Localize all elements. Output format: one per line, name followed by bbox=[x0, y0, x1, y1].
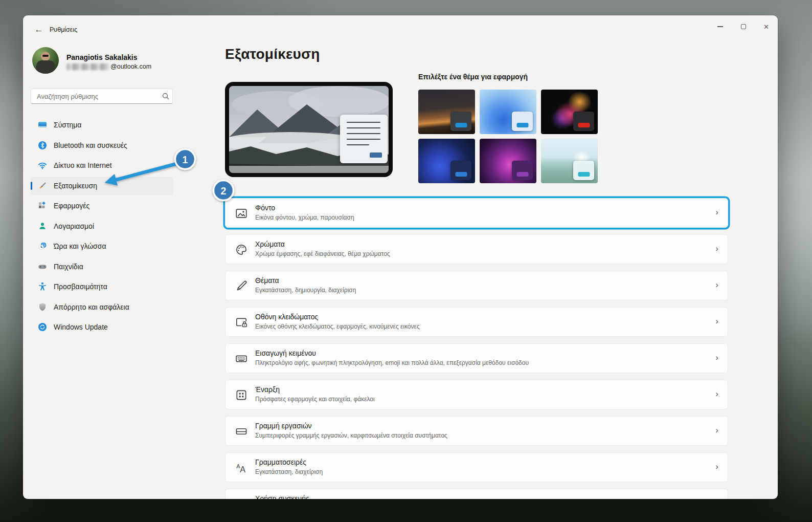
sample-text-line bbox=[347, 122, 380, 123]
sidebar-item-gaming[interactable]: Παιχνίδια bbox=[31, 257, 173, 276]
settings-row-fonts[interactable]: AAΓραμματοσειρέςΕγκατάσταση, διαχείριση› bbox=[225, 452, 728, 482]
sidebar-item-apps[interactable]: Εφαρμογές bbox=[31, 197, 173, 215]
settings-row-subtitle: Εικόνες οθόνης κλειδώματος, εφαρμογές, κ… bbox=[255, 323, 420, 330]
sidebar-item-accessibility[interactable]: Προσβασιμότητα bbox=[31, 277, 173, 296]
network-icon bbox=[37, 160, 48, 170]
gaming-icon bbox=[37, 262, 48, 272]
windows-update-icon bbox=[37, 322, 48, 332]
sidebar-item-label: Παιχνίδια bbox=[54, 263, 83, 271]
themes-icon bbox=[235, 279, 248, 293]
sidebar-item-time-language[interactable]: Ώρα και γλώσσα bbox=[31, 237, 173, 255]
bluetooth-icon bbox=[37, 140, 48, 150]
chevron-right-icon: › bbox=[715, 462, 718, 472]
theme-tile-flow-colorful[interactable] bbox=[541, 90, 598, 134]
sidebar-nav: ΣύστημαBluetooth και συσκευέςΔίκτυο και … bbox=[31, 116, 173, 336]
theme-picker-heading: Επιλέξτε ένα θέμα για εφαρμογή bbox=[418, 73, 528, 81]
sample-accent-button bbox=[370, 153, 382, 158]
avatar bbox=[32, 47, 59, 74]
close-icon: ✕ bbox=[763, 24, 769, 30]
settings-row-title: Θέματα bbox=[255, 276, 279, 285]
chevron-right-icon: › bbox=[715, 280, 718, 290]
chevron-right-icon: › bbox=[715, 353, 718, 363]
theme-accent-pill bbox=[578, 172, 590, 177]
theme-mini-card bbox=[450, 112, 471, 131]
sidebar-item-accounts[interactable]: Λογαριασμοί bbox=[31, 217, 173, 235]
sidebar-item-label: Ώρα και γλώσσα bbox=[54, 242, 106, 250]
chevron-right-icon: › bbox=[715, 207, 718, 217]
maximize-icon bbox=[741, 24, 746, 29]
sidebar-item-system[interactable]: Σύστημα bbox=[31, 116, 173, 134]
theme-accent-pill bbox=[455, 123, 467, 127]
time-language-icon bbox=[37, 241, 48, 251]
sidebar-item-windows-update[interactable]: Windows Update bbox=[31, 318, 173, 336]
settings-row-title: Έναρξη bbox=[255, 385, 280, 394]
theme-tile-bloom-light[interactable] bbox=[480, 90, 536, 134]
sample-window-card bbox=[340, 115, 388, 163]
settings-row-subtitle: Πληκτρολόγιο αφής, φωνητική πληκτρολόγησ… bbox=[255, 359, 529, 366]
sidebar-item-label: Προσβασιμότητα bbox=[54, 282, 107, 291]
sidebar-item-label: Λογαριασμοί bbox=[54, 222, 94, 230]
minimize-icon bbox=[717, 26, 723, 27]
text-input-icon bbox=[235, 352, 248, 365]
sidebar-item-personalization[interactable]: Εξατομίκευση bbox=[31, 177, 173, 195]
maximize-button[interactable] bbox=[732, 18, 755, 35]
sidebar-item-network[interactable]: Δίκτυο και Internet bbox=[31, 156, 173, 175]
settings-row-title: Γραμματοσειρές bbox=[255, 458, 306, 466]
sidebar-item-privacy[interactable]: Απόρρητο και ασφάλεια bbox=[31, 298, 173, 316]
settings-row-lock-screen[interactable]: Οθόνη κλειδώματοςΕικόνες οθόνης κλειδώμα… bbox=[225, 307, 728, 337]
start-icon bbox=[235, 388, 248, 402]
close-button[interactable]: ✕ bbox=[755, 18, 778, 35]
settings-row-device-usage[interactable]: Χρήση συσκευής› bbox=[225, 489, 728, 499]
theme-mini-card bbox=[450, 161, 471, 180]
sample-text-line bbox=[347, 139, 380, 140]
email-redacted-blur bbox=[66, 63, 109, 70]
theme-mini-card bbox=[512, 112, 533, 131]
sidebar-item-label: Εξατομίκευση bbox=[54, 182, 97, 190]
settings-row-background[interactable]: ΦόντοΕικόνα φόντου, χρώμα, παρουσίαση› bbox=[225, 198, 728, 228]
theme-tile-captured-motion[interactable] bbox=[480, 139, 536, 183]
theme-mini-card bbox=[512, 161, 533, 180]
settings-row-start[interactable]: ΈναρξηΠρόσφατες εφαρμογές και στοιχεία, … bbox=[225, 380, 728, 409]
apps-icon bbox=[37, 201, 48, 211]
preview-taskbar bbox=[229, 166, 389, 173]
settings-row-title: Γραμμή εργασιών bbox=[255, 422, 312, 430]
search-icon[interactable] bbox=[159, 93, 172, 100]
theme-mini-card bbox=[573, 161, 594, 180]
settings-row-subtitle: Συμπεριφορές γραμμής εργασιών, καρφιτσωμ… bbox=[255, 432, 447, 439]
settings-row-subtitle: Πρόσφατες εφαρμογές και στοιχεία, φάκελο… bbox=[255, 396, 375, 403]
minimize-button[interactable] bbox=[709, 18, 732, 35]
settings-row-subtitle: Εγκατάσταση, δημιουργία, διαχείριση bbox=[255, 287, 356, 294]
colors-icon bbox=[235, 243, 248, 256]
sample-text-line bbox=[347, 133, 380, 134]
settings-row-subtitle: Εγκατάσταση, διαχείριση bbox=[255, 468, 323, 475]
accounts-icon bbox=[37, 221, 48, 231]
desktop-preview-monitor bbox=[225, 82, 393, 177]
system-icon bbox=[37, 120, 48, 130]
sample-text-line bbox=[347, 127, 380, 128]
sidebar-item-bluetooth[interactable]: Bluetooth και συσκευές bbox=[31, 136, 173, 155]
sidebar-item-label: Windows Update bbox=[54, 323, 108, 331]
chevron-right-icon: › bbox=[715, 498, 718, 499]
settings-row-themes[interactable]: ΘέματαΕγκατάσταση, δημιουργία, διαχείρισ… bbox=[225, 271, 728, 300]
fonts-icon: AA bbox=[235, 461, 248, 474]
search-input[interactable] bbox=[31, 93, 159, 100]
theme-accent-pill bbox=[516, 123, 528, 127]
window-controls: ✕ bbox=[709, 18, 778, 35]
taskbar-icon bbox=[235, 425, 248, 438]
settings-row-colors[interactable]: ΧρώματαΧρώμα έμφασης, εφέ διαφάνειας, θέ… bbox=[225, 234, 728, 264]
chevron-right-icon: › bbox=[715, 389, 718, 399]
sidebar-item-label: Σύστημα bbox=[54, 121, 81, 129]
theme-tile-bloom-dark[interactable] bbox=[418, 139, 475, 183]
background-icon bbox=[235, 207, 248, 220]
theme-accent-pill bbox=[578, 123, 590, 127]
sidebar-item-label: Εφαρμογές bbox=[54, 202, 89, 210]
sample-text-line bbox=[347, 144, 369, 145]
settings-row-taskbar[interactable]: Γραμμή εργασιώνΣυμπεριφορές γραμμής εργα… bbox=[225, 416, 728, 446]
personalization-icon bbox=[37, 181, 48, 191]
settings-row-text-input[interactable]: Εισαγωγή κειμένουΠληκτρολόγιο αφής, φωνη… bbox=[225, 343, 728, 373]
back-button[interactable]: ← bbox=[32, 24, 46, 36]
theme-tile-sunrise-beach[interactable] bbox=[541, 139, 598, 183]
device-usage-icon bbox=[235, 497, 248, 499]
settings-row-title: Εισαγωγή κειμένου bbox=[255, 349, 316, 357]
theme-tile-glow-night[interactable] bbox=[418, 90, 475, 134]
